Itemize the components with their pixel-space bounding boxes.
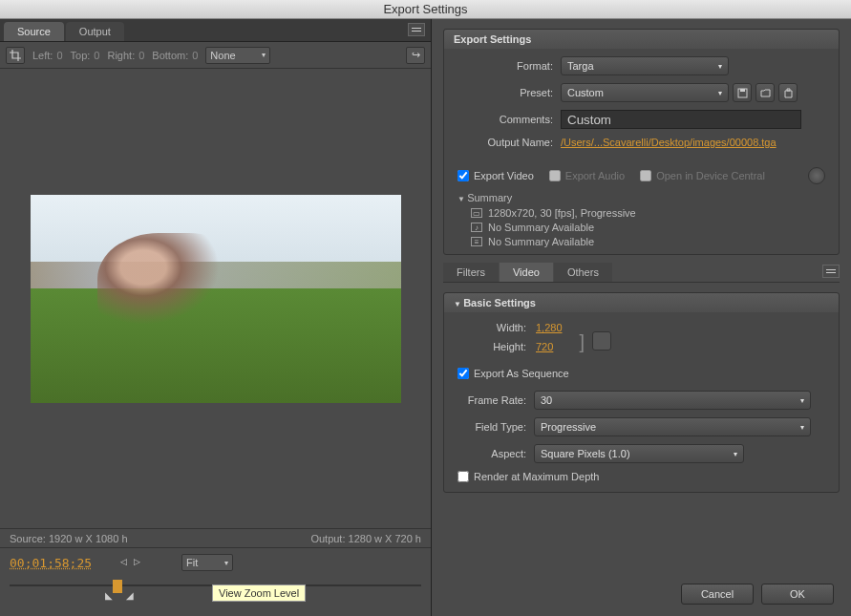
crop-tool-icon[interactable]: [6, 47, 25, 64]
codec-tabs: Filters Video Others: [443, 263, 840, 283]
link-bracket-icon: ]: [580, 331, 585, 353]
tab-filters[interactable]: Filters: [443, 263, 499, 282]
ftp-settings-icon[interactable]: [808, 167, 825, 184]
crop-right-label: Right:: [107, 50, 135, 61]
output-size-label: Output: 1280 w X 720 h: [310, 533, 421, 544]
crop-bottom-value[interactable]: 0: [192, 50, 198, 61]
svg-rect-1: [740, 89, 745, 92]
ok-button[interactable]: OK: [761, 584, 834, 605]
export-video-checkbox[interactable]: Export Video: [457, 170, 534, 181]
settings-panel: Export Settings Format: Targa Preset: Cu…: [432, 19, 851, 616]
tab-video[interactable]: Video: [500, 263, 553, 282]
preview-viewport[interactable]: [0, 69, 431, 528]
next-frame-icon[interactable]: ▷: [134, 557, 145, 568]
left-tab-bar: Source Output: [0, 19, 431, 42]
basic-settings-header[interactable]: ▼ Basic Settings: [444, 293, 839, 312]
framerate-label: Frame Rate:: [457, 394, 526, 406]
panel-menu-icon[interactable]: [408, 23, 425, 36]
basic-settings-section: ▼ Basic Settings Width:1,280 Height:720 …: [443, 292, 840, 493]
summary-video-line: 1280x720, 30 [fps], Progressive: [488, 207, 636, 219]
fieldtype-dropdown[interactable]: Progressive: [534, 417, 811, 436]
crop-left-label: Left:: [32, 50, 53, 61]
crop-fields: Left:0 Top:0 Right:0 Bottom:0: [32, 50, 198, 61]
comments-label: Comments:: [457, 114, 553, 125]
zoom-fit-dropdown[interactable]: Fit: [181, 554, 233, 571]
crop-right-value[interactable]: 0: [138, 50, 144, 61]
aspect-dropdown[interactable]: Square Pixels (1.0): [534, 444, 744, 463]
preset-dropdown[interactable]: Custom: [561, 83, 729, 102]
width-label: Width:: [457, 322, 526, 333]
crop-bottom-label: Bottom:: [152, 50, 188, 61]
export-settings-section: Export Settings Format: Targa Preset: Cu…: [443, 29, 840, 255]
export-as-sequence-checkbox[interactable]: Export As Sequence: [457, 368, 825, 379]
cancel-button[interactable]: Cancel: [681, 584, 754, 605]
height-input[interactable]: 720: [536, 341, 553, 352]
crop-toolbar: Left:0 Top:0 Right:0 Bottom:0 None ↪: [0, 42, 431, 69]
fieldtype-label: Field Type:: [457, 421, 526, 433]
open-device-central-checkbox: Open in Device Central: [640, 170, 765, 181]
output-name-label: Output Name:: [457, 137, 553, 148]
preview-image: [31, 195, 401, 403]
window-titlebar: Export Settings: [0, 0, 851, 19]
delete-preset-icon[interactable]: [778, 83, 798, 102]
tab-source[interactable]: Source: [4, 22, 64, 41]
output-name-link[interactable]: /Users/...Scavarelli/Desktop/images/0000…: [561, 137, 777, 148]
video-summary-icon: ▭: [471, 208, 482, 218]
crop-top-label: Top:: [71, 50, 91, 61]
summary-bitrate-line: No Summary Available: [488, 236, 594, 247]
tab-others[interactable]: Others: [554, 263, 612, 282]
playhead-icon[interactable]: [113, 580, 122, 593]
bitrate-summary-icon: ≡: [471, 237, 482, 246]
source-size-label: Source: 1920 w X 1080 h: [10, 533, 128, 544]
crop-left-value[interactable]: 0: [56, 50, 62, 61]
timeline-area: 00;01;58;25 ◁ ▷ Fit ◣ ◢ View Zoom Level: [0, 547, 431, 616]
export-settings-header: Export Settings: [444, 30, 839, 49]
crop-aspect-dropdown[interactable]: None: [205, 47, 270, 64]
dialog-buttons: Cancel OK: [681, 584, 834, 605]
preview-panel: Source Output Left:0 Top:0 Right:0 Botto…: [0, 19, 432, 616]
crop-top-value[interactable]: 0: [94, 50, 99, 61]
summary-toggle[interactable]: Summary: [457, 192, 825, 203]
in-point-icon[interactable]: ◣: [105, 590, 113, 601]
out-point-icon[interactable]: ◢: [126, 590, 134, 601]
size-info-bar: Source: 1920 w X 1080 h Output: 1280 w X…: [0, 528, 431, 547]
comments-input[interactable]: [561, 110, 801, 129]
audio-summary-icon: ♪: [471, 223, 482, 232]
preset-label: Preset:: [457, 87, 553, 98]
summary-audio-line: No Summary Available: [488, 222, 594, 233]
format-label: Format:: [457, 60, 553, 72]
aspect-label: Aspect:: [457, 448, 526, 459]
width-input[interactable]: 1,280: [536, 322, 563, 333]
zoom-tooltip: View Zoom Level: [212, 584, 306, 602]
format-dropdown[interactable]: Targa: [561, 56, 729, 75]
export-audio-checkbox: Export Audio: [549, 170, 625, 181]
timecode-display[interactable]: 00;01;58;25: [10, 556, 92, 570]
constrain-proportions-icon[interactable]: [592, 331, 611, 350]
framerate-dropdown[interactable]: 30: [534, 391, 811, 410]
render-max-depth-checkbox[interactable]: Render at Maximum Depth: [457, 471, 825, 482]
height-label: Height:: [457, 341, 526, 352]
import-preset-icon[interactable]: [755, 83, 775, 102]
apply-crop-icon[interactable]: ↪: [406, 47, 425, 64]
prev-frame-icon[interactable]: ◁: [120, 557, 132, 568]
codec-panel-menu-icon[interactable]: [822, 265, 840, 278]
save-preset-icon[interactable]: [733, 83, 752, 102]
tab-output[interactable]: Output: [66, 22, 124, 41]
